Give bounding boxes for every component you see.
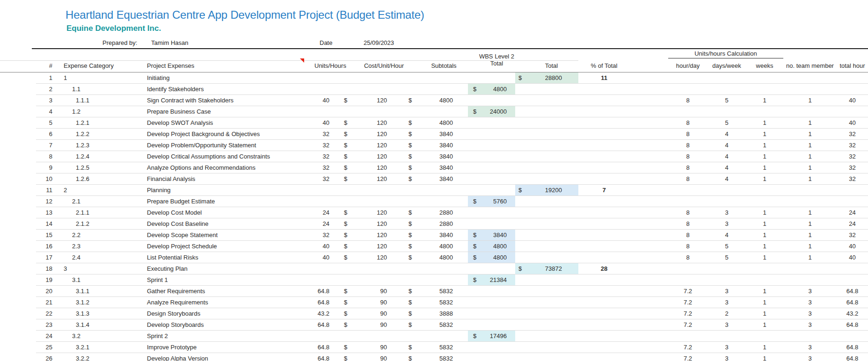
cell-wbs-level2-total[interactable] — [468, 129, 515, 139]
cell-pct-of-total[interactable] — [578, 353, 630, 361]
cell-hour-day[interactable] — [668, 263, 708, 274]
cell-cost-per-unit[interactable]: $90 — [332, 297, 400, 308]
cell-days-week[interactable] — [708, 331, 746, 341]
cell-units-hours[interactable]: 32 — [304, 230, 332, 240]
cell-cost-per-unit[interactable]: $90 — [332, 286, 400, 296]
cell-hour-day[interactable]: 8 — [668, 230, 708, 240]
cell-hour-day[interactable] — [668, 84, 708, 94]
cell-subtotal[interactable]: $2880 — [400, 207, 468, 218]
cell-weeks[interactable]: 1 — [746, 297, 783, 308]
cell-expense-category[interactable]: 2.3 — [54, 241, 145, 252]
cell-expense-category[interactable]: 1.2.6 — [54, 173, 145, 184]
cell-days-week[interactable]: 3 — [708, 286, 746, 296]
column-header-project-expenses[interactable]: Project Expenses — [145, 62, 304, 72]
cell-weeks[interactable] — [746, 106, 783, 117]
cell-hour-day[interactable]: 8 — [668, 241, 708, 252]
cell-days-week[interactable] — [708, 196, 746, 207]
cell-row-number[interactable]: 12 — [36, 196, 54, 207]
cell-weeks[interactable]: 1 — [746, 353, 783, 361]
cell-total-hours[interactable]: 32 — [837, 162, 868, 173]
column-header-expense-category[interactable]: Expense Category — [54, 62, 145, 72]
cell-days-week[interactable]: 5 — [708, 252, 746, 263]
cell-total-hours[interactable]: 24 — [837, 218, 868, 229]
column-header-hour-day[interactable]: hour/day — [668, 62, 708, 72]
cell-days-week[interactable] — [708, 106, 746, 117]
cell-days-week[interactable]: 4 — [708, 162, 746, 173]
cell-units-hours[interactable]: 64.8 — [304, 353, 332, 361]
cell-team-members[interactable]: 3 — [783, 319, 837, 330]
cell-row-number[interactable]: 21 — [36, 297, 54, 308]
cell-wbs-level2-total[interactable] — [468, 218, 515, 229]
cell-project-expense[interactable]: Develop SWOT Analysis — [145, 117, 304, 128]
cell-team-members[interactable]: 1 — [783, 241, 837, 252]
cell-expense-category[interactable]: 2.1.1 — [54, 207, 145, 218]
cell-units-hours[interactable]: 43.2 — [304, 308, 332, 319]
cell-days-week[interactable] — [708, 72, 746, 83]
cell-pct-of-total[interactable] — [578, 218, 630, 229]
cell-team-members[interactable]: 1 — [783, 140, 837, 151]
cell-team-members[interactable] — [783, 106, 837, 117]
cell-project-expense[interactable]: Design Storyboards — [145, 308, 304, 319]
cell-cost-per-unit[interactable]: $90 — [332, 353, 400, 361]
cell-project-expense[interactable]: Develop Cost Baseline — [145, 218, 304, 229]
cell-units-hours[interactable] — [304, 263, 332, 274]
cell-row-number[interactable]: 2 — [36, 84, 54, 94]
cell-total-hours[interactable]: 32 — [837, 140, 868, 151]
cell-total-hours[interactable]: 32 — [837, 173, 868, 184]
cell-project-expense[interactable]: Planning — [145, 185, 304, 195]
cell-total-hours[interactable]: 24 — [837, 207, 868, 218]
cell-project-expense[interactable]: Develop Alpha Version — [145, 353, 304, 361]
cell-project-expense[interactable]: Prepare Business Case — [145, 106, 304, 117]
cell-days-week[interactable]: 3 — [708, 342, 746, 353]
cell-weeks[interactable] — [746, 84, 783, 94]
cell-expense-category[interactable]: 1.2.2 — [54, 129, 145, 139]
cell-subtotal[interactable] — [400, 263, 468, 274]
cell-days-week[interactable] — [708, 84, 746, 94]
cell-total-hours[interactable]: 64.8 — [837, 286, 868, 296]
cell-wbs-level2-total[interactable] — [468, 173, 515, 184]
cell-project-expense[interactable]: Sprint 1 — [145, 274, 304, 285]
cell-weeks[interactable]: 1 — [746, 252, 783, 263]
cell-expense-category[interactable]: 2 — [54, 185, 145, 195]
cell-weeks[interactable]: 1 — [746, 342, 783, 353]
cell-total-hours[interactable] — [837, 72, 868, 83]
cell-weeks[interactable] — [746, 263, 783, 274]
cell-cost-per-unit[interactable]: $120 — [332, 252, 400, 263]
cell-row-number[interactable]: 20 — [36, 286, 54, 296]
cell-pct-of-total[interactable] — [578, 297, 630, 308]
cell-hour-day[interactable]: 7.2 — [668, 297, 708, 308]
cell-pct-of-total[interactable]: 11 — [578, 72, 630, 83]
cell-days-week[interactable]: 3 — [708, 207, 746, 218]
cell-expense-category[interactable]: 3.1.4 — [54, 319, 145, 330]
column-header-num[interactable]: # — [36, 62, 54, 72]
cell-units-hours[interactable]: 32 — [304, 162, 332, 173]
cell-wbs-level2-total[interactable] — [468, 286, 515, 296]
cell-hour-day[interactable] — [668, 331, 708, 341]
cell-days-week[interactable] — [708, 263, 746, 274]
cell-expense-category[interactable]: 3.2.1 — [54, 342, 145, 353]
cell-pct-of-total[interactable] — [578, 342, 630, 353]
cell-project-expense[interactable]: Executing Plan — [145, 263, 304, 274]
cell-cost-per-unit[interactable] — [332, 274, 400, 285]
cell-units-hours[interactable]: 32 — [304, 129, 332, 139]
cell-units-hours[interactable]: 40 — [304, 241, 332, 252]
cell-project-expense[interactable]: Initiating — [145, 72, 304, 83]
cell-subtotal[interactable] — [400, 331, 468, 341]
cell-project-expense[interactable]: Analyze Requirements — [145, 297, 304, 308]
cell-units-hours[interactable] — [304, 196, 332, 207]
cell-subtotal[interactable]: $4800 — [400, 252, 468, 263]
column-header-weeks[interactable]: weeks — [746, 62, 783, 72]
cell-days-week[interactable]: 3 — [708, 297, 746, 308]
cell-weeks[interactable] — [746, 196, 783, 207]
cell-total[interactable] — [515, 297, 578, 308]
cell-weeks[interactable]: 1 — [746, 218, 783, 229]
cell-expense-category[interactable]: 3.2 — [54, 331, 145, 341]
cell-subtotal[interactable]: $5832 — [400, 342, 468, 353]
cell-expense-category[interactable]: 1.2.5 — [54, 162, 145, 173]
cell-cost-per-unit[interactable] — [332, 331, 400, 341]
cell-row-number[interactable]: 16 — [36, 241, 54, 252]
cell-total[interactable] — [515, 342, 578, 353]
cell-team-members[interactable] — [783, 263, 837, 274]
cell-pct-of-total[interactable] — [578, 308, 630, 319]
cell-row-number[interactable]: 25 — [36, 342, 54, 353]
